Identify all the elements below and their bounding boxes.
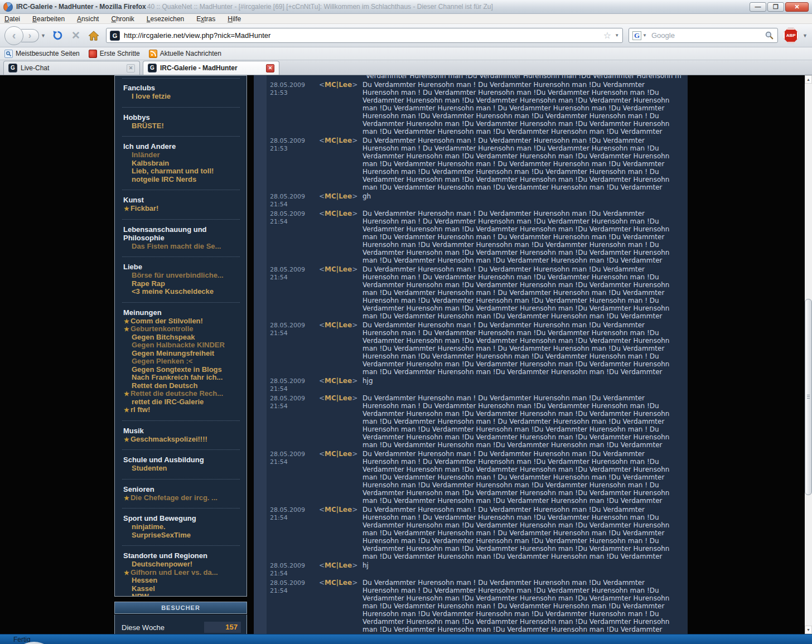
nick-name[interactable]: MC|Lee bbox=[325, 321, 352, 329]
forward-button[interactable]: › bbox=[21, 29, 39, 42]
chat-nick[interactable]: <MC|Lee> bbox=[319, 450, 362, 505]
restore-button[interactable]: ❐ bbox=[767, 2, 784, 12]
sidebar-link[interactable]: Gegen Halbnackte KINDER bbox=[123, 341, 239, 350]
sidebar-link[interactable]: ★Geburtenkontrolle bbox=[123, 325, 239, 333]
nick-name[interactable]: MC|Lee bbox=[325, 377, 352, 385]
sidebar-link[interactable]: ★Die Chefetage der ircg. ... bbox=[123, 494, 239, 502]
menu-item-lesezeichen[interactable]: Lesezeichen bbox=[147, 15, 184, 23]
sidebar-link[interactable]: NRW bbox=[123, 593, 239, 597]
scroll-thumb[interactable] bbox=[805, 299, 812, 495]
sidebar-link[interactable]: Deutschenpower! bbox=[123, 560, 239, 569]
back-button[interactable]: ‹ bbox=[4, 26, 23, 45]
tab-active[interactable]: GIRC-Galerie - MadHunter✕ bbox=[143, 61, 279, 75]
sidebar-link[interactable]: Rettet den Deutsch bbox=[123, 382, 239, 390]
stop-button[interactable]: ✕ bbox=[68, 28, 84, 43]
sidebar-link[interactable]: Kassel bbox=[123, 585, 239, 593]
sidebar-link[interactable]: rettet die IRC-Galerie bbox=[123, 398, 239, 406]
chat-nick[interactable]: <MC|Lee> bbox=[319, 506, 362, 560]
menu-item-hilfe[interactable]: Hilfe bbox=[228, 15, 241, 23]
sidebar-link[interactable]: Gegen Meinungsfreiheit bbox=[123, 350, 239, 358]
search-engine-icon[interactable]: G bbox=[632, 31, 641, 40]
nick-name[interactable]: MC|Lee bbox=[325, 265, 352, 273]
sidebar-link[interactable]: Kalbsbrain bbox=[123, 159, 239, 168]
page-scrollbar[interactable]: ▲ ▼ bbox=[805, 75, 812, 634]
nick-name[interactable]: MC|Lee bbox=[325, 394, 352, 402]
sidebar-link[interactable]: ★Rettet die deutsche Rech... bbox=[123, 390, 239, 398]
chat-nick[interactable]: <MC|Lee> bbox=[319, 192, 362, 209]
sidebar-link[interactable]: Gegen Bitchspeak bbox=[123, 333, 239, 342]
sidebar-section: Ich und AndereInländerKalbsbrainLieb, ch… bbox=[122, 137, 240, 190]
toolbar-overflow-icon[interactable]: ▼ bbox=[803, 33, 808, 38]
sidebar-link[interactable]: ★Geschmackspolizei!!!! bbox=[123, 435, 239, 444]
scroll-up-button[interactable]: ▲ bbox=[805, 75, 812, 84]
bookmark-item[interactable]: Aktuelle Nachrichten bbox=[149, 50, 221, 58]
reload-icon bbox=[52, 30, 63, 41]
search-engine-dropdown-icon[interactable]: ▼ bbox=[642, 33, 647, 38]
sidebar-link[interactable]: notgeile IRC Nerds bbox=[123, 176, 239, 184]
sidebar-link[interactable]: SurpriseSexTime bbox=[123, 531, 239, 540]
nick-name[interactable]: MC|Lee bbox=[325, 579, 352, 587]
bookmark-item[interactable]: Erste Schritte bbox=[89, 50, 140, 58]
sidebar-link[interactable]: Studenten bbox=[123, 464, 239, 473]
sidebar-link[interactable]: Gegen Songtexte in Blogs bbox=[123, 366, 239, 374]
close-button[interactable]: ✕ bbox=[785, 2, 809, 12]
nick-name[interactable]: MC|Lee bbox=[325, 450, 352, 458]
nick-name[interactable]: MC|Lee bbox=[325, 561, 352, 569]
sidebar-link[interactable]: ★Gifhorn und Leer vs. da... bbox=[123, 569, 239, 577]
sidebar-link[interactable]: Hessen bbox=[123, 577, 239, 585]
sidebar-link[interactable]: ★Fickbar! bbox=[123, 205, 239, 213]
nick-name[interactable]: MC|Lee bbox=[325, 506, 352, 514]
url-bar[interactable]: G http://ircgalerie.net/view.php?nick=Ma… bbox=[106, 28, 623, 43]
sidebar-link[interactable]: Börse für unverbindliche... bbox=[123, 272, 239, 280]
menu-item-ansicht[interactable]: Ansicht bbox=[77, 15, 99, 23]
sidebar-link[interactable]: Gegen Plenken :< bbox=[123, 357, 239, 366]
url-text[interactable]: http://ircgalerie.net/view.php?nick=MadH… bbox=[124, 31, 603, 40]
sidebar-link[interactable]: <3 meine Kuscheldecke bbox=[123, 288, 239, 296]
chat-nick[interactable]: <MC|Lee> bbox=[319, 561, 362, 578]
sidebar-link[interactable]: Rape Rap bbox=[123, 280, 239, 288]
history-dropdown-icon[interactable]: ▼ bbox=[41, 33, 46, 38]
search-input[interactable]: Google bbox=[651, 31, 765, 40]
tab-inactive[interactable]: GLive-Chat✕ bbox=[3, 61, 140, 75]
chat-nick[interactable]: <MC|Lee> bbox=[319, 321, 362, 376]
sidebar-link[interactable]: BRÜSTE! bbox=[123, 122, 239, 130]
sidebar-section-title: Schule und Ausbildung bbox=[123, 456, 239, 464]
home-button[interactable] bbox=[86, 28, 102, 43]
chat-nick[interactable]: <MC|Lee> bbox=[319, 265, 362, 320]
tab-close-button[interactable]: ✕ bbox=[127, 64, 135, 72]
sidebar-link[interactable]: ★Comm der Stilvollen! bbox=[123, 317, 239, 326]
bookmark-item[interactable]: Meistbesuchte Seiten bbox=[4, 50, 80, 58]
chat-nick[interactable]: <MC|Lee> bbox=[319, 137, 362, 191]
sidebar-link[interactable]: Nach Frankreich fahr ich... bbox=[123, 374, 239, 382]
menu-item-bearbeiten[interactable]: Bearbeiten bbox=[32, 15, 65, 23]
chat-nick[interactable]: <MC|Lee> bbox=[319, 210, 362, 264]
nick-name[interactable]: MC|Lee bbox=[325, 137, 352, 144]
search-box[interactable]: G ▼ Google bbox=[629, 28, 778, 43]
sidebar-link[interactable]: I love fetzie bbox=[123, 93, 239, 101]
url-dropdown-icon[interactable]: ▼ bbox=[615, 33, 619, 38]
menu-item-chronik[interactable]: Chronik bbox=[111, 15, 134, 23]
chat-nick[interactable]: <MC|Lee> bbox=[319, 579, 362, 633]
search-icon[interactable] bbox=[765, 31, 774, 40]
sidebar-link[interactable]: Inländer bbox=[123, 151, 239, 159]
scroll-down-button[interactable]: ▼ bbox=[805, 626, 812, 634]
reload-button[interactable] bbox=[50, 28, 66, 43]
nick-name[interactable]: MC|Lee bbox=[325, 81, 352, 89]
sidebar-link[interactable]: Lieb, charmant und toll! bbox=[123, 167, 239, 176]
sidebar-link[interactable]: ninjatime. bbox=[123, 523, 239, 531]
chat-nick[interactable]: <MC|Lee> bbox=[319, 377, 362, 393]
adblock-plus-icon[interactable]: ABP bbox=[784, 28, 798, 43]
sidebar-link[interactable]: Das Fisten macht die Se... bbox=[123, 243, 239, 251]
nick-name[interactable]: MC|Lee bbox=[325, 210, 352, 217]
chat-timestamp: 28.05.2009 21:54 bbox=[270, 321, 319, 376]
bookmark-star-icon[interactable]: ☆ bbox=[603, 30, 611, 41]
minimize-button[interactable]: — bbox=[750, 2, 766, 12]
tab-close-button[interactable]: ✕ bbox=[266, 64, 274, 72]
chat-nick[interactable]: <MC|Lee> bbox=[319, 394, 362, 449]
nick-bracket: > bbox=[352, 137, 357, 144]
menu-item-extras[interactable]: Extras bbox=[196, 15, 215, 23]
chat-nick[interactable]: <MC|Lee> bbox=[319, 81, 362, 135]
sidebar-link[interactable]: ★rl ftw! bbox=[123, 406, 239, 414]
menu-item-datei[interactable]: Datei bbox=[4, 15, 20, 23]
nick-name[interactable]: MC|Lee bbox=[325, 192, 352, 200]
